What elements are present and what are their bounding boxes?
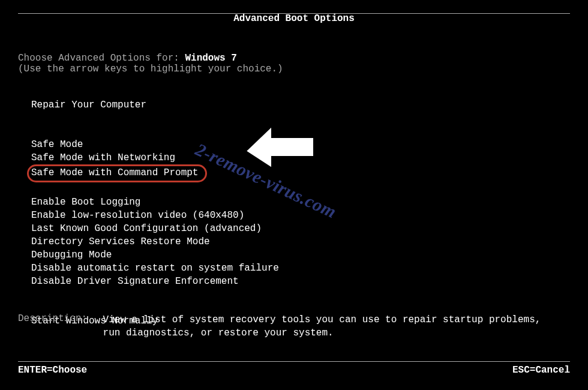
menu-item-safe-mode-networking[interactable]: Safe Mode with Networking <box>31 151 570 164</box>
description-label: Description: <box>18 313 97 324</box>
menu-spacer <box>31 112 570 125</box>
footer-enter-hint: ENTER=Choose <box>18 365 87 376</box>
boot-options-screen: Advanced Boot Options Choose Advanced Op… <box>0 0 588 390</box>
menu-item-safe-mode[interactable]: Safe Mode <box>31 138 570 151</box>
menu-spacer <box>31 182 570 196</box>
description-block: Description: View a list of system recov… <box>18 313 570 340</box>
menu-item-no-drv-sig[interactable]: Disable Driver Signature Enforcement <box>31 275 570 288</box>
menu-item-dsrm[interactable]: Directory Services Restore Mode <box>31 235 570 248</box>
menu-item-lkgc[interactable]: Last Known Good Configuration (advanced) <box>31 222 570 235</box>
menu-item-low-res[interactable]: Enable low-resolution video (640x480) <box>31 209 570 222</box>
menu-spacer <box>31 301 570 314</box>
menu-item-repair[interactable]: Repair Your Computer <box>31 98 570 112</box>
prompt-os-name: Windows 7 <box>185 53 236 64</box>
title-divider <box>18 13 570 14</box>
footer-bar: ENTER=Choose ESC=Cancel <box>18 365 570 377</box>
menu-item-debug[interactable]: Debugging Mode <box>31 248 570 262</box>
menu-item-safe-mode-cmd[interactable]: Safe Mode with Command Prompt <box>27 164 207 182</box>
footer-divider <box>18 361 570 362</box>
menu-spacer <box>31 125 570 138</box>
page-title: Advanced Boot Options <box>18 13 570 24</box>
prompt-prefix: Choose Advanced Options for: <box>18 53 185 64</box>
menu-item-no-auto-restart[interactable]: Disable automatic restart on system fail… <box>31 262 570 275</box>
menu-item-boot-logging[interactable]: Enable Boot Logging <box>31 196 570 209</box>
menu-spacer <box>31 288 570 301</box>
boot-menu: Repair Your Computer Safe Mode Safe Mode… <box>31 98 570 328</box>
description-text: View a list of system recovery tools you… <box>103 313 547 340</box>
prompt-hint: (Use the arrow keys to highlight your ch… <box>18 64 570 74</box>
prompt-block: Choose Advanced Options for: Windows 7 (… <box>18 53 570 74</box>
footer-esc-hint: ESC=Cancel <box>512 365 570 376</box>
